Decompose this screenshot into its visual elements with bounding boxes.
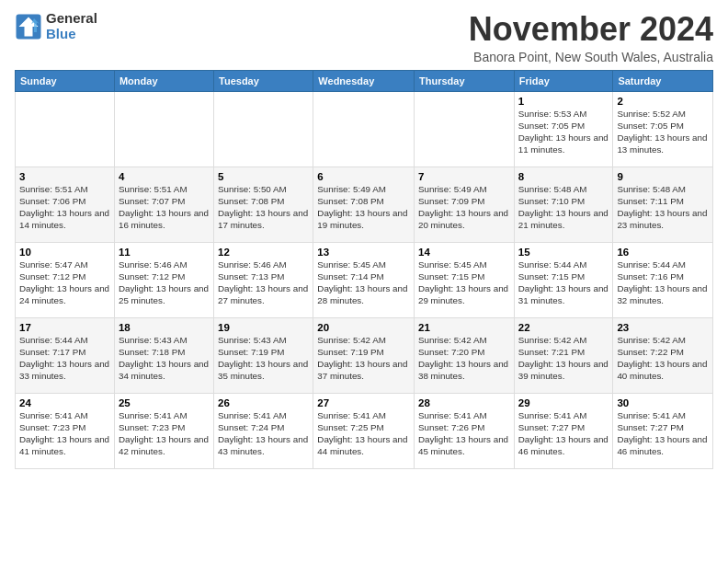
calendar-day-cell: 5Sunrise: 5:50 AM Sunset: 7:08 PM Daylig… — [214, 167, 313, 242]
calendar-day-cell: 16Sunrise: 5:44 AM Sunset: 7:16 PM Dayli… — [613, 242, 713, 317]
calendar-day-cell: 25Sunrise: 5:41 AM Sunset: 7:23 PM Dayli… — [114, 393, 213, 468]
calendar-week-row: 1Sunrise: 5:53 AM Sunset: 7:05 PM Daylig… — [16, 91, 713, 167]
day-number: 20 — [317, 322, 410, 333]
calendar-day-cell: 23Sunrise: 5:42 AM Sunset: 7:22 PM Dayli… — [613, 317, 713, 393]
calendar-day-cell: 21Sunrise: 5:42 AM Sunset: 7:20 PM Dayli… — [415, 317, 515, 393]
day-info: Sunrise: 5:42 AM Sunset: 7:21 PM Dayligh… — [518, 334, 609, 383]
day-number: 6 — [317, 171, 410, 182]
day-info: Sunrise: 5:44 AM Sunset: 7:17 PM Dayligh… — [19, 334, 110, 383]
calendar-day-cell: 22Sunrise: 5:42 AM Sunset: 7:21 PM Dayli… — [514, 317, 613, 393]
calendar-day-cell: 13Sunrise: 5:45 AM Sunset: 7:14 PM Dayli… — [313, 242, 415, 317]
day-info: Sunrise: 5:46 AM Sunset: 7:13 PM Dayligh… — [218, 259, 309, 307]
calendar-day-cell: 15Sunrise: 5:44 AM Sunset: 7:15 PM Dayli… — [514, 242, 613, 317]
calendar-day-cell — [313, 91, 415, 167]
weekday-header: Monday — [114, 70, 213, 91]
day-number: 21 — [418, 322, 510, 333]
calendar-day-cell: 6Sunrise: 5:49 AM Sunset: 7:08 PM Daylig… — [313, 167, 415, 242]
day-info: Sunrise: 5:47 AM Sunset: 7:12 PM Dayligh… — [19, 259, 110, 307]
calendar-day-cell — [415, 91, 515, 167]
day-number: 8 — [518, 171, 609, 182]
weekday-header: Sunday — [16, 70, 115, 91]
day-number: 2 — [617, 96, 709, 107]
logo-blue-text: Blue — [46, 27, 97, 42]
page-container: General Blue November 2024 Banora Point,… — [0, 0, 728, 477]
day-info: Sunrise: 5:41 AM Sunset: 7:23 PM Dayligh… — [119, 409, 210, 458]
day-number: 27 — [317, 397, 410, 408]
day-number: 17 — [19, 322, 110, 333]
calendar-day-cell: 24Sunrise: 5:41 AM Sunset: 7:23 PM Dayli… — [16, 393, 115, 468]
day-number: 26 — [218, 397, 309, 408]
day-info: Sunrise: 5:45 AM Sunset: 7:15 PM Dayligh… — [418, 259, 510, 307]
logo-icon — [15, 13, 42, 40]
calendar-day-cell: 17Sunrise: 5:44 AM Sunset: 7:17 PM Dayli… — [16, 317, 115, 393]
day-number: 30 — [617, 397, 709, 408]
day-number: 19 — [218, 322, 309, 333]
day-info: Sunrise: 5:41 AM Sunset: 7:25 PM Dayligh… — [317, 409, 410, 458]
day-info: Sunrise: 5:51 AM Sunset: 7:06 PM Dayligh… — [19, 183, 110, 232]
calendar-day-cell — [214, 91, 313, 167]
calendar-day-cell: 30Sunrise: 5:41 AM Sunset: 7:27 PM Dayli… — [613, 393, 713, 468]
title-block: November 2024 Banora Point, New South Wa… — [469, 11, 713, 64]
calendar-day-cell: 12Sunrise: 5:46 AM Sunset: 7:13 PM Dayli… — [214, 242, 313, 317]
calendar-day-cell: 3Sunrise: 5:51 AM Sunset: 7:06 PM Daylig… — [16, 167, 115, 242]
calendar-day-cell: 14Sunrise: 5:45 AM Sunset: 7:15 PM Dayli… — [415, 242, 515, 317]
calendar-day-cell: 28Sunrise: 5:41 AM Sunset: 7:26 PM Dayli… — [415, 393, 515, 468]
day-info: Sunrise: 5:51 AM Sunset: 7:07 PM Dayligh… — [119, 183, 210, 232]
calendar-day-cell: 29Sunrise: 5:41 AM Sunset: 7:27 PM Dayli… — [514, 393, 613, 468]
day-number: 16 — [617, 247, 709, 258]
calendar-day-cell: 20Sunrise: 5:42 AM Sunset: 7:19 PM Dayli… — [313, 317, 415, 393]
day-number: 1 — [518, 96, 609, 107]
day-info: Sunrise: 5:42 AM Sunset: 7:20 PM Dayligh… — [418, 334, 510, 383]
calendar-week-row: 10Sunrise: 5:47 AM Sunset: 7:12 PM Dayli… — [16, 242, 713, 317]
day-info: Sunrise: 5:44 AM Sunset: 7:16 PM Dayligh… — [617, 259, 709, 307]
calendar-header-row: SundayMondayTuesdayWednesdayThursdayFrid… — [16, 70, 713, 91]
day-info: Sunrise: 5:41 AM Sunset: 7:27 PM Dayligh… — [518, 409, 609, 458]
calendar-day-cell: 18Sunrise: 5:43 AM Sunset: 7:18 PM Dayli… — [114, 317, 213, 393]
weekday-header: Tuesday — [214, 70, 313, 91]
calendar-table: SundayMondayTuesdayWednesdayThursdayFrid… — [15, 70, 713, 469]
calendar-week-row: 3Sunrise: 5:51 AM Sunset: 7:06 PM Daylig… — [16, 167, 713, 242]
day-number: 4 — [119, 171, 210, 182]
logo-text: General Blue — [46, 11, 97, 41]
weekday-header: Wednesday — [313, 70, 415, 91]
day-info: Sunrise: 5:48 AM Sunset: 7:10 PM Dayligh… — [518, 183, 609, 232]
day-info: Sunrise: 5:41 AM Sunset: 7:27 PM Dayligh… — [617, 409, 709, 458]
day-info: Sunrise: 5:50 AM Sunset: 7:08 PM Dayligh… — [218, 183, 309, 232]
calendar-day-cell: 7Sunrise: 5:49 AM Sunset: 7:09 PM Daylig… — [415, 167, 515, 242]
day-number: 12 — [218, 247, 309, 258]
day-number: 23 — [617, 322, 709, 333]
day-info: Sunrise: 5:46 AM Sunset: 7:12 PM Dayligh… — [119, 259, 210, 307]
day-number: 5 — [218, 171, 309, 182]
day-number: 14 — [418, 247, 510, 258]
day-number: 24 — [19, 397, 110, 408]
month-title: November 2024 — [469, 11, 713, 48]
day-number: 29 — [518, 397, 609, 408]
calendar-day-cell — [16, 91, 115, 167]
calendar-day-cell: 27Sunrise: 5:41 AM Sunset: 7:25 PM Dayli… — [313, 393, 415, 468]
calendar-day-cell: 4Sunrise: 5:51 AM Sunset: 7:07 PM Daylig… — [114, 167, 213, 242]
header: General Blue November 2024 Banora Point,… — [15, 11, 713, 64]
day-info: Sunrise: 5:41 AM Sunset: 7:24 PM Dayligh… — [218, 409, 309, 458]
calendar-week-row: 17Sunrise: 5:44 AM Sunset: 7:17 PM Dayli… — [16, 317, 713, 393]
day-number: 15 — [518, 247, 609, 258]
calendar-week-row: 24Sunrise: 5:41 AM Sunset: 7:23 PM Dayli… — [16, 393, 713, 468]
logo: General Blue — [15, 11, 97, 41]
weekday-header: Friday — [514, 70, 613, 91]
day-info: Sunrise: 5:49 AM Sunset: 7:09 PM Dayligh… — [418, 183, 510, 232]
day-number: 10 — [19, 247, 110, 258]
day-number: 13 — [317, 247, 410, 258]
day-info: Sunrise: 5:43 AM Sunset: 7:18 PM Dayligh… — [119, 334, 210, 383]
day-info: Sunrise: 5:43 AM Sunset: 7:19 PM Dayligh… — [218, 334, 309, 383]
weekday-header: Saturday — [613, 70, 713, 91]
calendar-day-cell — [114, 91, 213, 167]
calendar-day-cell: 9Sunrise: 5:48 AM Sunset: 7:11 PM Daylig… — [613, 167, 713, 242]
day-info: Sunrise: 5:48 AM Sunset: 7:11 PM Dayligh… — [617, 183, 709, 232]
logo-general-text: General — [46, 11, 97, 27]
calendar-day-cell: 26Sunrise: 5:41 AM Sunset: 7:24 PM Dayli… — [214, 393, 313, 468]
day-info: Sunrise: 5:42 AM Sunset: 7:19 PM Dayligh… — [317, 334, 410, 383]
calendar-day-cell: 1Sunrise: 5:53 AM Sunset: 7:05 PM Daylig… — [514, 91, 613, 167]
location-subtitle: Banora Point, New South Wales, Australia — [469, 50, 713, 64]
day-info: Sunrise: 5:45 AM Sunset: 7:14 PM Dayligh… — [317, 259, 410, 307]
calendar-day-cell: 19Sunrise: 5:43 AM Sunset: 7:19 PM Dayli… — [214, 317, 313, 393]
weekday-header: Thursday — [415, 70, 515, 91]
